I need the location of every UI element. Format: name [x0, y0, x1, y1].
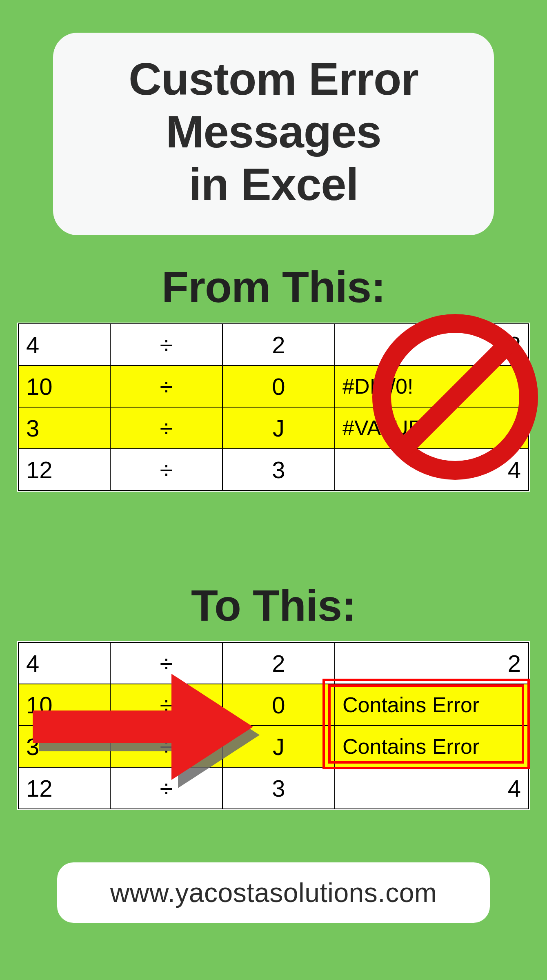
- cell: J: [222, 407, 335, 449]
- cell: 10: [18, 684, 110, 726]
- cell: 12: [18, 767, 110, 809]
- cell: ÷: [110, 684, 222, 726]
- cell: 2: [222, 642, 335, 684]
- title-line-3: in Excel: [189, 159, 358, 210]
- cell: 2: [335, 642, 529, 684]
- spreadsheet-table-from: 4 ÷ 2 2 10 ÷ 0 #DIV/0! 3 ÷ J #VALUE! 12 …: [18, 323, 529, 491]
- table-row: 12 ÷ 3 4: [18, 767, 529, 809]
- title-text: Custom Error Messages in Excel: [69, 53, 478, 211]
- table-row: 4 ÷ 2 2: [18, 324, 529, 365]
- footer-url: www.yacostasolutions.com: [110, 878, 437, 908]
- cell: ÷: [110, 449, 222, 490]
- cell: 3: [222, 449, 335, 490]
- cell: 12: [18, 449, 110, 490]
- spreadsheet-table-to: 4 ÷ 2 2 10 ÷ 0 Contains Error 3 ÷ J Cont…: [18, 642, 529, 809]
- table-to: 4 ÷ 2 2 10 ÷ 0 Contains Error 3 ÷ J Cont…: [17, 641, 530, 810]
- cell: 0: [222, 684, 335, 726]
- cell: ÷: [110, 726, 222, 767]
- cell-custom-error: Contains Error: [335, 726, 529, 767]
- cell: 2: [335, 324, 529, 365]
- cell: ÷: [110, 324, 222, 365]
- to-label: To This:: [0, 580, 547, 631]
- cell: ÷: [110, 365, 222, 407]
- cell: 4: [335, 767, 529, 809]
- table-row: 10 ÷ 0 #DIV/0!: [18, 365, 529, 407]
- table-row: 3 ÷ J Contains Error: [18, 726, 529, 767]
- cell: ÷: [110, 642, 222, 684]
- table-row: 4 ÷ 2 2: [18, 642, 529, 684]
- cell-custom-error: Contains Error: [335, 684, 529, 726]
- cell: 2: [222, 324, 335, 365]
- title-line-1: Custom Error: [129, 53, 418, 105]
- cell: 3: [18, 726, 110, 767]
- footer-url-card: www.yacostasolutions.com: [57, 862, 490, 923]
- table-from: 4 ÷ 2 2 10 ÷ 0 #DIV/0! 3 ÷ J #VALUE! 12 …: [17, 323, 530, 492]
- cell: ÷: [110, 407, 222, 449]
- cell: 3: [222, 767, 335, 809]
- title-card: Custom Error Messages in Excel: [53, 33, 494, 235]
- cell: 4: [335, 449, 529, 490]
- cell: J: [222, 726, 335, 767]
- cell: 4: [18, 642, 110, 684]
- cell-error: #VALUE!: [335, 407, 529, 449]
- table-row: 3 ÷ J #VALUE!: [18, 407, 529, 449]
- from-label: From This:: [0, 261, 547, 312]
- table-row: 10 ÷ 0 Contains Error: [18, 684, 529, 726]
- cell-error: #DIV/0!: [335, 365, 529, 407]
- cell: 3: [18, 407, 110, 449]
- cell: 0: [222, 365, 335, 407]
- title-line-2: Messages: [166, 106, 381, 157]
- cell: 10: [18, 365, 110, 407]
- cell: ÷: [110, 767, 222, 809]
- cell: 4: [18, 324, 110, 365]
- table-row: 12 ÷ 3 4: [18, 449, 529, 490]
